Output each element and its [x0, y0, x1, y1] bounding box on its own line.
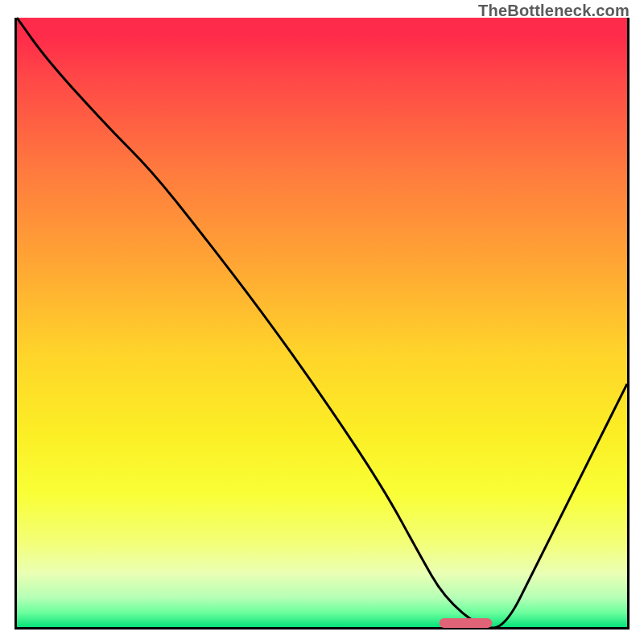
- optimum-marker: [440, 618, 493, 628]
- chart-stage: TheBottleneck.com: [0, 0, 644, 644]
- watermark-label: TheBottleneck.com: [478, 2, 630, 20]
- chart-svg: [17, 18, 627, 628]
- bottleneck-curve: [17, 18, 627, 628]
- axis-right: [627, 18, 630, 630]
